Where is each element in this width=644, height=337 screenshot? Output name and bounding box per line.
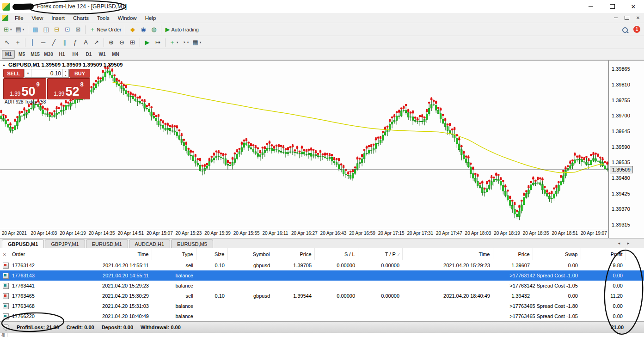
new-order-button[interactable]: ＋New Order — [87, 25, 123, 35]
menu-help[interactable]: Help — [141, 14, 160, 22]
order-row-17766220[interactable]: 177662202021.04.20 18:40:49balance>17763… — [0, 311, 644, 321]
column-header-swap-close[interactable]: Swap — [533, 248, 581, 260]
crosshair-button[interactable]: ＋ — [12, 37, 23, 48]
globe-button[interactable]: ◍ — [148, 25, 159, 35]
column-header-s-l[interactable]: S / L — [314, 248, 358, 260]
timeframe-w1[interactable]: W1 — [96, 50, 109, 59]
terminal-close-button[interactable]: ✕ — [3, 252, 6, 257]
order-row-17763468[interactable]: 177634682021.04.20 15:31:03balance>17763… — [0, 301, 644, 311]
mdi-restore-button[interactable] — [622, 14, 632, 22]
candlestick-chart[interactable] — [0, 61, 608, 229]
vertical-line-icon: │ — [31, 39, 34, 45]
column-header-symbol[interactable]: Symbol — [227, 248, 273, 260]
price-axis-label: 1.39700 — [612, 113, 630, 118]
column-header-time-close[interactable]: Time — [402, 248, 493, 260]
column-header-price[interactable]: Price — [273, 248, 314, 260]
close-button[interactable]: ✕ — [623, 0, 644, 13]
minimize-button[interactable] — [580, 0, 601, 13]
cursor-button[interactable]: ↖ — [2, 37, 12, 48]
spinner-up-icon[interactable]: ▴ — [63, 69, 68, 74]
tabs-scroll-left-button[interactable]: ◂ — [615, 239, 623, 247]
maximize-button[interactable] — [601, 0, 623, 13]
order-row-17763441[interactable]: 177634412021.04.20 15:29:23balance>17763… — [0, 281, 644, 291]
buy-price-button[interactable]: 1.39 52 8 — [47, 78, 90, 99]
zoom-in-button[interactable]: ⊕ — [106, 37, 117, 48]
chart-area[interactable]: ▲ GBPUSD,M1 1.39509 1.39509 1.39509 1.39… — [0, 60, 644, 238]
menu-window[interactable]: Window — [114, 14, 141, 22]
market-watch-button[interactable]: ▥ — [30, 25, 41, 35]
timeframe-m15[interactable]: M15 — [29, 50, 42, 59]
chart-tab-gbpusd-m1[interactable]: GBPUSD,M1 — [2, 239, 44, 248]
menu-tools[interactable]: Tools — [93, 14, 114, 22]
order-row-17763465[interactable]: 177634652021.04.20 15:30:29sell0.10gbpus… — [0, 291, 644, 301]
sell-button[interactable]: SELL — [3, 69, 24, 78]
timeframe-m1[interactable]: M1 — [2, 50, 15, 59]
column-header-t-p[interactable]: T / P∕ — [358, 248, 402, 260]
metaeditor-button[interactable]: ◆ — [127, 25, 138, 35]
column-header-size[interactable]: Size — [196, 248, 227, 260]
templates-button[interactable]: ▦▾ — [191, 37, 203, 48]
column-header-order[interactable]: Order — [9, 248, 52, 260]
timeframe-mn[interactable]: MN — [109, 50, 122, 59]
search-button[interactable] — [620, 25, 632, 35]
strategy-tester-button[interactable]: ⊠ — [73, 25, 83, 35]
buy-button[interactable]: BUY — [69, 69, 90, 78]
trade-panel-toggle-icon[interactable]: ▲ — [2, 63, 6, 67]
timeframe-m30[interactable]: M30 — [42, 50, 55, 59]
chart-tab-gbpjpy-m1[interactable]: GBPJPY,M1 — [45, 239, 85, 248]
mql5-community-button[interactable]: ◉ — [138, 25, 148, 35]
text-label-button[interactable]: A — [80, 37, 91, 48]
column-header-time[interactable]: Time — [52, 248, 152, 260]
zoom-out-button[interactable]: ⊖ — [117, 37, 127, 48]
fibonacci-button[interactable]: ƒ — [70, 37, 80, 48]
menu-view[interactable]: View — [28, 14, 48, 22]
timeframe-h4[interactable]: H4 — [69, 50, 82, 59]
order-row-17763142[interactable]: 177631422021.04.20 14:55:11sell0.10gbpus… — [0, 260, 644, 271]
vertical-line-button[interactable]: │ — [27, 37, 38, 48]
mdi-minimize-button[interactable] — [611, 14, 621, 22]
row-spacer — [626, 281, 644, 291]
timeframe-h1[interactable]: H1 — [55, 50, 68, 59]
tile-windows-button[interactable]: ⊞ — [127, 37, 138, 48]
indicators-button[interactable]: ＋▾ — [167, 37, 180, 48]
menu-file[interactable]: File — [11, 14, 28, 22]
price-axis[interactable]: 1.39509 1.398651.398101.397551.397001.39… — [608, 61, 644, 238]
timeframe-d1[interactable]: D1 — [82, 50, 95, 59]
chart-tab-eurusd-m5[interactable]: EURUSD,M5 — [171, 239, 213, 248]
volume-spinner[interactable]: ▴▾ — [62, 69, 68, 77]
terminal-toggle-button[interactable]: ⊡ — [62, 25, 73, 35]
profiles-button[interactable]: ▤▾ — [13, 25, 26, 35]
sell-price-button[interactable]: 1.39 50 9 — [3, 78, 46, 99]
menu-charts[interactable]: Charts — [69, 14, 93, 22]
navigator-button[interactable]: ⊟ — [51, 25, 62, 35]
volume-dropdown-icon[interactable]: ▾ — [25, 69, 31, 77]
arrow-objects-button[interactable]: ↗ — [91, 37, 102, 48]
column-header-type[interactable]: Type — [152, 248, 196, 260]
volume-box[interactable]: ▾ 0.10 ▴▾ — [25, 69, 69, 78]
chart-tab-eurusd-m1[interactable]: EURUSD,M1 — [86, 239, 128, 248]
chart-tab-audcad-h1[interactable]: AUDCAD,H1 — [129, 239, 171, 248]
timeframe-m5[interactable]: M5 — [15, 50, 28, 59]
chart-shift-button[interactable]: ↦ — [153, 37, 163, 48]
mdi-close-button[interactable]: ✕ — [633, 14, 643, 22]
periods-button[interactable]: ◔▾ — [180, 37, 191, 48]
data-window-button[interactable]: ◫ — [41, 25, 51, 35]
auto-scroll-button[interactable]: ▶ — [142, 37, 153, 48]
column-header-profit-close[interactable]: Profit — [581, 248, 626, 260]
horizontal-line-button[interactable]: ─ — [38, 37, 49, 48]
terminal-dock-tab[interactable]: Terminal — [0, 333, 7, 337]
order-row-17763143[interactable]: 177631432021.04.20 14:55:11balance>17763… — [0, 270, 644, 281]
equidistant-channel-button[interactable]: ∥ — [59, 37, 70, 48]
tabs-scroll-right-button[interactable]: ▸ — [625, 239, 632, 247]
menu-insert[interactable]: Insert — [47, 14, 69, 22]
chart-menu-icon[interactable] — [2, 15, 8, 21]
column-header-price-close[interactable]: Price — [493, 248, 533, 260]
trendline-button[interactable]: ╱ — [49, 37, 59, 48]
time-axis[interactable]: 20 Apr 202120 Apr 14:0320 Apr 14:1920 Ap… — [0, 230, 608, 238]
new-chart-button[interactable]: ⊞▾ — [2, 25, 13, 35]
balance-order-icon — [3, 273, 9, 279]
spinner-down-icon[interactable]: ▾ — [63, 74, 68, 78]
notifications-button[interactable]: 1 — [632, 25, 642, 35]
volume-value[interactable]: 0.10 — [31, 69, 62, 77]
autotrading-button[interactable]: ▶AutoTrading — [163, 25, 201, 35]
